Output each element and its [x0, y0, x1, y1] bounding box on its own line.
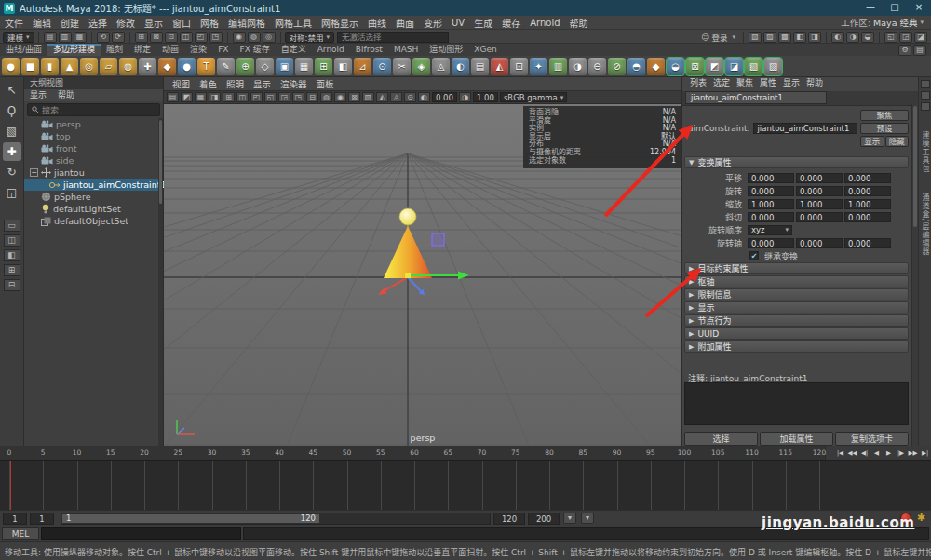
shelf-tab-8[interactable]: 自定义	[276, 44, 312, 56]
playback-button-2[interactable]: ◀|	[858, 447, 870, 459]
shelf-icon-29[interactable]: ◑	[569, 58, 587, 75]
shelf-icon-10[interactable]: T	[197, 58, 215, 75]
menu-item-3[interactable]: 选择	[84, 16, 112, 30]
shelf-icon-15[interactable]: ▦	[295, 58, 313, 75]
outliner-item-persp[interactable]: persp	[24, 118, 163, 130]
rotate-axis-y-field[interactable]: 0.000	[796, 238, 843, 248]
shelf-icon-27[interactable]: ✦	[530, 58, 547, 75]
shelf-list-icon[interactable]: ▤	[913, 45, 926, 56]
scale-tool[interactable]: ◱	[3, 183, 21, 202]
viewport-toolbar-icon-9[interactable]: ◳	[292, 92, 304, 102]
shelf-icon-30[interactable]: ⊖	[588, 58, 606, 75]
close-button[interactable]: ×	[907, 0, 931, 16]
select-tool[interactable]: ↖	[3, 81, 21, 100]
dock-tab-1[interactable]: 通道盒/层编辑器	[920, 193, 930, 256]
node-name-field[interactable]: jiantou_aimConstraint1	[753, 123, 857, 134]
viewport-menu-2[interactable]: 照明	[222, 77, 249, 90]
hide-button[interactable]: 隐藏	[885, 136, 910, 147]
ae-menu-4[interactable]: 显示	[783, 77, 800, 89]
tab-jiantou-aimconstraint1[interactable]: jiantou_aimConstraint1	[685, 91, 827, 104]
search-input[interactable]: 搜索...	[27, 103, 160, 116]
shelf-icon-34[interactable]: ◒	[667, 58, 684, 75]
history-icon-1[interactable]: ◍	[248, 32, 261, 43]
shelf-icon-35[interactable]: ⊠	[686, 58, 704, 75]
notes-textarea[interactable]	[684, 382, 909, 425]
shelf-tab-1[interactable]: 多边形建模	[47, 44, 101, 56]
ae-menu-3[interactable]: 属性	[760, 77, 776, 89]
maximize-button[interactable]: □	[883, 0, 907, 16]
sign-in-button[interactable]: ☺登录▾	[702, 32, 735, 43]
selection-mask-icon-4[interactable]: ◨	[808, 32, 821, 43]
shelf-icon-23[interactable]: ◐	[452, 58, 469, 75]
dock-icon-3[interactable]	[921, 102, 930, 111]
menu-item-14[interactable]: UV	[447, 18, 469, 28]
render-icon-2[interactable]: ◒	[861, 32, 874, 43]
selection-input[interactable]: 无激活选择	[337, 32, 449, 43]
shelf-icon-2[interactable]: ▮	[41, 58, 59, 75]
viewport-toolbar-icon-12[interactable]: ◉	[334, 92, 346, 102]
playback-button-5[interactable]: |▶	[895, 447, 907, 459]
menu-item-15[interactable]: 生成	[469, 16, 497, 30]
viewport-toolbar-icon-6[interactable]: ◰	[250, 92, 263, 102]
time-slider[interactable]	[0, 460, 931, 510]
shelf-icon-21[interactable]: ◈	[412, 58, 430, 75]
sidebar-toggle-icon-1[interactable]: ◲	[899, 32, 912, 43]
selection-mask-icon-1[interactable]: ▨	[763, 32, 776, 43]
shelf-icon-6[interactable]: ◍	[119, 58, 137, 75]
selection-mask-icon-2[interactable]: ▩	[778, 32, 791, 43]
file-icon-2[interactable]: ▦	[74, 32, 87, 43]
playback-button-3[interactable]: ◀	[870, 447, 883, 459]
outliner-item-jiantou[interactable]: −jiantou	[24, 167, 163, 179]
rotate-tool[interactable]: ↻	[3, 163, 21, 181]
file-icon-0[interactable]: ▤	[44, 32, 57, 43]
collapsed-section-2[interactable]: ▶限制信息	[684, 288, 909, 300]
shelf-icon-22[interactable]: ◬	[432, 58, 450, 75]
focus-button[interactable]: 聚焦	[860, 110, 909, 121]
menu-item-5[interactable]: 显示	[140, 16, 168, 30]
anim-end-field[interactable]: 200	[528, 513, 560, 525]
viewport-menu-3[interactable]: 显示	[249, 77, 276, 90]
menu-item-6[interactable]: 窗口	[168, 16, 196, 30]
outliner-item-side[interactable]: side	[24, 154, 163, 167]
outliner-item-jiantou_aimConstraint1[interactable]: jiantou_aimConstraint1	[24, 179, 163, 191]
history-icon-2[interactable]: ◎	[263, 32, 276, 43]
outliner-menu-display[interactable]: 显示	[30, 89, 47, 101]
selection-mask-icon-3[interactable]: ◧	[793, 32, 806, 43]
menu-item-7[interactable]: 网格	[196, 16, 223, 30]
outliner-item-defaultObjectSet[interactable]: defaultObjectSet	[24, 215, 163, 227]
playback-button-0[interactable]: |◀	[834, 447, 846, 459]
斜切-y-field[interactable]: 0.000	[796, 212, 843, 222]
gamma-icon[interactable]: ◑	[459, 92, 471, 102]
undo-redo-icon-0[interactable]: ⟲	[97, 32, 110, 43]
viewport-toolbar-icon-13[interactable]: ⊠	[348, 92, 360, 102]
shelf-icon-32[interactable]: ◓	[627, 58, 645, 75]
outliner-scrollbar[interactable]	[158, 118, 163, 446]
animation-preferences-icon[interactable]: ✱	[917, 513, 925, 524]
viewport-toolbar-icon-14[interactable]: ▧	[362, 92, 374, 102]
range-slider-track[interactable]: 1 120	[61, 513, 491, 525]
exposure-field[interactable]: 0.00	[432, 92, 457, 102]
attribute-editor-scrollbar[interactable]	[911, 104, 918, 446]
shelf-icon-14[interactable]: ▣	[276, 58, 293, 75]
rotate-axis-x-field[interactable]: 0.000	[748, 238, 794, 248]
menu-item-1[interactable]: 编辑	[28, 16, 56, 30]
viewport-toolbar-icon-3[interactable]: ◨	[209, 92, 221, 102]
shelf-gear-icon[interactable]: ⚙	[898, 45, 911, 56]
sidebar-toggle-icon-2[interactable]: ◪	[914, 32, 927, 43]
minimize-button[interactable]: —	[858, 0, 883, 16]
ae-menu-0[interactable]: 列表	[690, 77, 707, 89]
snap-icon-3[interactable]: ◫	[180, 32, 193, 43]
menu-item-18[interactable]: 帮助	[565, 16, 593, 30]
viewport-menu-1[interactable]: 着色	[195, 77, 222, 90]
viewport-toolbar-icon-2[interactable]: ▦	[195, 92, 207, 102]
character-set-menu-icon[interactable]: ▾	[563, 513, 576, 524]
collapsed-section-0[interactable]: ▶目标约束属性	[684, 262, 909, 274]
outliner-item-defaultLightSet[interactable]: defaultLightSet	[24, 203, 163, 215]
workspace-selector[interactable]: 工作区: Maya 经典 ▾	[841, 16, 931, 29]
dock-icon-2[interactable]	[921, 91, 930, 100]
outliner-menu-help[interactable]: 帮助	[58, 89, 74, 101]
history-icon-0[interactable]: ◉	[233, 32, 246, 43]
show-button[interactable]: 显示	[860, 136, 884, 147]
playback-end-field[interactable]: 120	[493, 513, 525, 525]
ae-menu-1[interactable]: 选定	[713, 77, 730, 89]
